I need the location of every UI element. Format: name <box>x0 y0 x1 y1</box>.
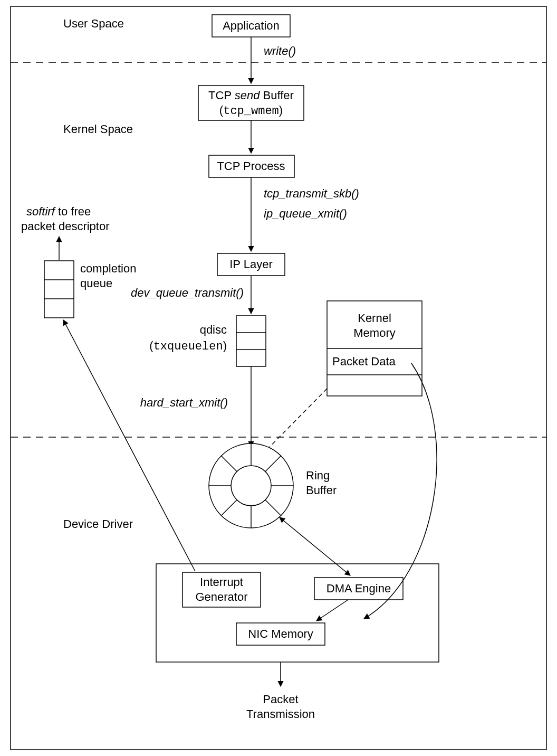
svg-text:qdisc: qdisc <box>200 323 227 336</box>
svg-text:(tcp_wmem): (tcp_wmem) <box>219 103 283 118</box>
node-packet-data: Packet Data <box>332 355 396 368</box>
call-tts: tcp_transmit_skb() <box>264 187 359 200</box>
svg-text:(txqueuelen): (txqueuelen) <box>149 339 227 353</box>
node-packet-trans2: Transmission <box>246 707 315 721</box>
svg-text:queue: queue <box>80 277 112 290</box>
node-application: Application <box>212 15 290 37</box>
region-kernel-label: Kernel Space <box>63 122 133 136</box>
svg-text:Application: Application <box>223 19 280 32</box>
svg-text:Interrupt: Interrupt <box>200 575 243 589</box>
node-tcp-send-buffer: TCP send Buffer (tcp_wmem) <box>198 86 304 120</box>
node-dma-engine: DMA Engine <box>314 578 403 600</box>
node-ip-layer: IP Layer <box>217 253 285 276</box>
softirf-label-1: softirf to free <box>26 205 91 218</box>
svg-text:IP Layer: IP Layer <box>229 258 273 271</box>
svg-rect-9 <box>236 316 266 366</box>
svg-text:TCP Process: TCP Process <box>217 159 285 173</box>
call-dqt: dev_queue_transmit() <box>131 286 244 299</box>
region-user-label: User Space <box>63 17 124 30</box>
svg-text:TCP send Buffer: TCP send Buffer <box>208 89 294 102</box>
svg-point-20 <box>231 466 271 506</box>
svg-text:Buffer: Buffer <box>306 484 337 497</box>
call-write: write() <box>264 44 296 58</box>
svg-text:Kernel: Kernel <box>358 311 391 325</box>
svg-text:Generator: Generator <box>195 590 247 603</box>
call-hsx: hard_start_xmit() <box>140 396 228 409</box>
node-nic-memory: NIC Memory <box>236 623 325 645</box>
svg-rect-38 <box>44 261 74 318</box>
softirf-label-2: packet descriptor <box>21 220 110 233</box>
svg-text:NIC Memory: NIC Memory <box>248 627 313 640</box>
svg-text:DMA Engine: DMA Engine <box>326 582 391 595</box>
svg-text:completion: completion <box>80 262 136 275</box>
node-interrupt-generator: Interrupt Generator <box>183 572 261 607</box>
node-packet-trans1: Packet <box>263 693 298 706</box>
diagram-canvas: User Space Kernel Space Device Driver Ap… <box>0 0 557 756</box>
node-tcp-process: TCP Process <box>209 155 294 177</box>
node-kernel-memory: Kernel Memory Packet Data <box>327 301 422 396</box>
call-iqx: ip_queue_xmit() <box>264 207 347 220</box>
svg-text:Memory: Memory <box>353 326 395 339</box>
region-driver-label: Device Driver <box>63 517 133 531</box>
svg-text:Ring: Ring <box>306 469 330 482</box>
